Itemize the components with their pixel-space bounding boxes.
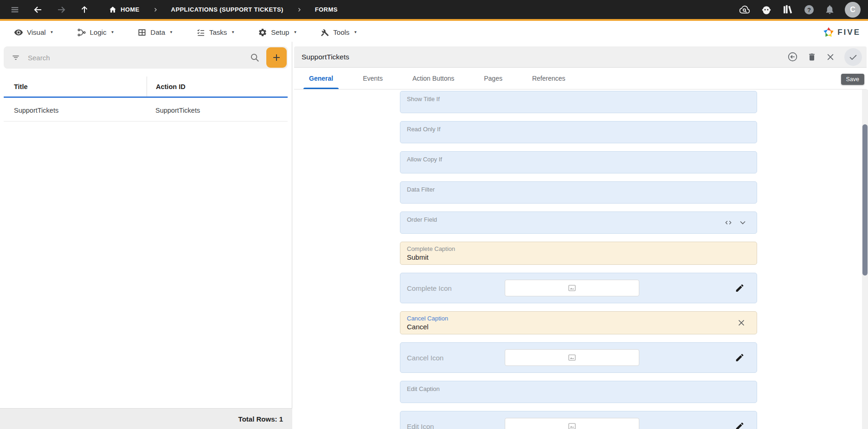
search-input[interactable] — [28, 54, 250, 62]
plus-icon — [271, 52, 282, 63]
icon-upload-input[interactable] — [505, 280, 639, 296]
menu-label: Visual — [27, 28, 46, 36]
menu-tasks[interactable]: Tasks ▼ — [196, 28, 235, 37]
field-value: Cancel — [407, 323, 429, 331]
breadcrumb-separator-icon — [296, 7, 302, 13]
field-show-title-if[interactable]: Show Title If — [400, 91, 757, 113]
field-label: Order Field — [407, 216, 437, 223]
menu-label: Data — [150, 28, 165, 36]
menu-tools[interactable]: Tools ▼ — [320, 28, 357, 37]
menu-visual[interactable]: Visual ▼ — [14, 28, 54, 37]
menu-icon[interactable] — [9, 4, 20, 15]
field-edit-icon[interactable]: Edit Icon — [400, 411, 757, 429]
pencil-icon[interactable] — [735, 283, 745, 293]
tab-pages[interactable]: Pages — [475, 68, 512, 89]
avatar[interactable]: C — [845, 2, 861, 18]
field-complete-caption[interactable]: Complete Caption Submit — [400, 242, 757, 265]
filter-icon[interactable] — [11, 53, 20, 62]
field-value: Submit — [407, 253, 429, 261]
help-icon[interactable]: ? — [804, 4, 815, 15]
table-footer: Total Rows: 1 — [0, 408, 292, 429]
menu-label: Tools — [333, 28, 349, 36]
field-allow-copy-if[interactable]: Allow Copy If — [400, 151, 757, 173]
detail-title: SupportTickets — [294, 53, 349, 61]
caret-down-icon: ▼ — [293, 30, 297, 34]
menu-data[interactable]: Data ▼ — [137, 28, 173, 37]
tab-action-buttons[interactable]: Action Buttons — [403, 68, 463, 89]
revert-icon[interactable] — [787, 51, 798, 62]
icon-upload-input[interactable] — [505, 349, 639, 366]
delete-icon[interactable] — [807, 52, 817, 62]
column-header-action-id[interactable]: Action ID — [147, 77, 288, 96]
menu-logic[interactable]: Logic ▼ — [77, 28, 115, 37]
logic-icon — [77, 28, 86, 37]
forward-icon[interactable] — [56, 4, 67, 15]
add-record-button[interactable] — [266, 47, 287, 68]
caret-down-icon: ▼ — [50, 30, 54, 34]
tab-events[interactable]: Events — [354, 68, 392, 89]
home-icon — [109, 6, 117, 14]
caret-down-icon: ▼ — [354, 30, 357, 34]
scrollbar-thumb[interactable] — [862, 124, 868, 275]
field-label: Read Only If — [407, 126, 440, 133]
five-pinwheel-icon — [823, 26, 835, 38]
app-root: HOME APPLICATIONS (SUPPORT TICKETS) FORM… — [0, 0, 868, 429]
five-logo: FIVE — [823, 26, 868, 38]
field-read-only-if[interactable]: Read Only If — [400, 121, 757, 143]
cell-title: SupportTickets — [4, 99, 147, 121]
caret-down-icon: ▼ — [231, 30, 235, 34]
field-label: Show Title If — [407, 96, 440, 102]
check-icon — [848, 52, 858, 62]
pencil-icon[interactable] — [735, 353, 745, 363]
field-complete-icon[interactable]: Complete Icon — [400, 273, 757, 303]
save-button[interactable] — [844, 48, 862, 66]
image-icon — [567, 422, 577, 429]
menu-setup[interactable]: Setup ▼ — [258, 28, 297, 37]
close-icon[interactable] — [826, 52, 835, 62]
table-row[interactable]: SupportTickets SupportTickets — [4, 99, 288, 122]
field-label: Edit Caption — [407, 385, 440, 392]
total-rows-label: Total Rows: 1 — [238, 415, 283, 423]
detail-header: SupportTickets — [294, 46, 867, 68]
search-icon[interactable] — [250, 52, 260, 63]
field-label: Data Filter — [407, 186, 435, 193]
breadcrumb-separator-icon — [153, 7, 158, 13]
notifications-icon[interactable] — [824, 4, 835, 15]
breadcrumb-applications[interactable]: APPLICATIONS (SUPPORT TICKETS) — [171, 6, 283, 13]
menubar: Visual ▼ Logic ▼ Data ▼ Tasks ▼ — [0, 23, 868, 42]
scrollbar-track[interactable] — [862, 90, 868, 429]
breadcrumb-label: HOME — [121, 6, 140, 13]
back-icon[interactable] — [32, 4, 44, 15]
library-icon[interactable] — [782, 4, 794, 15]
image-icon — [567, 353, 577, 362]
bot-icon[interactable] — [760, 4, 772, 16]
pencil-icon[interactable] — [735, 422, 745, 429]
menu-label: Setup — [271, 28, 289, 36]
clear-icon[interactable] — [736, 318, 746, 328]
code-icon[interactable] — [724, 218, 733, 227]
cloud-search-icon[interactable] — [739, 4, 751, 16]
detail-panel: SupportTickets Save Gene — [293, 42, 868, 429]
chevron-down-icon[interactable] — [738, 218, 747, 227]
field-label: Cancel Icon — [407, 354, 444, 362]
breadcrumb-home[interactable]: HOME — [109, 6, 140, 14]
checklist-icon — [196, 28, 206, 37]
topbar: HOME APPLICATIONS (SUPPORT TICKETS) FORM… — [0, 0, 868, 21]
menu-label: Logic — [90, 28, 107, 36]
detail-content: Show Title If Read Only If Allow Copy If… — [294, 90, 867, 429]
tab-references[interactable]: References — [523, 68, 575, 89]
field-data-filter[interactable]: Data Filter — [400, 181, 757, 204]
tab-general[interactable]: General — [300, 68, 342, 89]
icon-upload-input[interactable] — [505, 418, 639, 429]
field-edit-caption[interactable]: Edit Caption — [400, 381, 757, 403]
svg-text:?: ? — [807, 6, 811, 13]
field-cancel-icon[interactable]: Cancel Icon — [400, 342, 757, 373]
breadcrumb-forms[interactable]: FORMS — [315, 6, 338, 13]
field-cancel-caption[interactable]: Cancel Caption Cancel — [400, 311, 757, 334]
column-header-title[interactable]: Title — [4, 77, 147, 96]
field-label: Edit Icon — [407, 423, 434, 429]
image-icon — [567, 283, 577, 293]
up-icon[interactable] — [79, 4, 90, 15]
tools-icon — [320, 28, 329, 37]
field-order-field[interactable]: Order Field — [400, 211, 757, 234]
